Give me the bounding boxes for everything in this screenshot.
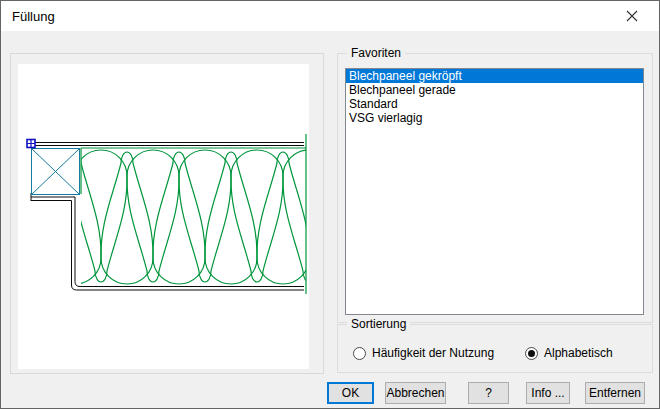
insulation-pattern	[49, 150, 309, 284]
list-item[interactable]: Standard	[346, 97, 643, 111]
preview-canvas	[18, 64, 309, 369]
radio-icon[interactable]	[353, 347, 366, 360]
radio-frequency-of-use[interactable]: Häufigkeit der Nutzung	[353, 347, 494, 360]
sorting-group-label: Sortierung	[347, 317, 410, 331]
close-icon	[626, 10, 638, 22]
favorites-group-label: Favoriten	[347, 46, 405, 60]
frame-cross-symbol	[32, 149, 80, 195]
radio-frequency-label: Häufigkeit der Nutzung	[372, 347, 494, 360]
radio-alphabetical-label: Alphabetisch	[544, 347, 613, 360]
favorites-group: Favoriten Blechpaneel gekröpft Blechpane…	[337, 53, 653, 323]
fuellung-dialog: Füllung Favoriten Blechpaneel gekröpft B…	[0, 0, 660, 409]
help-button[interactable]: ?	[468, 382, 509, 404]
list-item[interactable]: Blechpaneel gerade	[346, 83, 643, 97]
favorites-list[interactable]: Blechpaneel gekröpft Blechpaneel gerade …	[345, 68, 644, 315]
ok-button[interactable]: OK	[327, 382, 374, 404]
info-button[interactable]: Info ...	[526, 382, 570, 404]
preview-drawing	[18, 64, 309, 369]
close-button[interactable]	[609, 1, 654, 30]
window-title: Füllung	[12, 9, 55, 24]
grip-handle-icon	[27, 140, 35, 148]
list-item[interactable]: Blechpaneel gekröpft	[346, 69, 643, 83]
radio-alphabetical[interactable]: Alphabetisch	[525, 347, 613, 360]
sorting-group: Sortierung Häufigkeit der Nutzung Alphab…	[337, 324, 653, 373]
cancel-button[interactable]: Abbrechen	[385, 382, 446, 404]
titlebar: Füllung	[1, 1, 659, 31]
radio-icon[interactable]	[525, 347, 538, 360]
list-item[interactable]: VSG vierlagig	[346, 111, 643, 125]
preview-panel	[10, 53, 324, 374]
remove-button[interactable]: Entfernen	[585, 382, 645, 404]
